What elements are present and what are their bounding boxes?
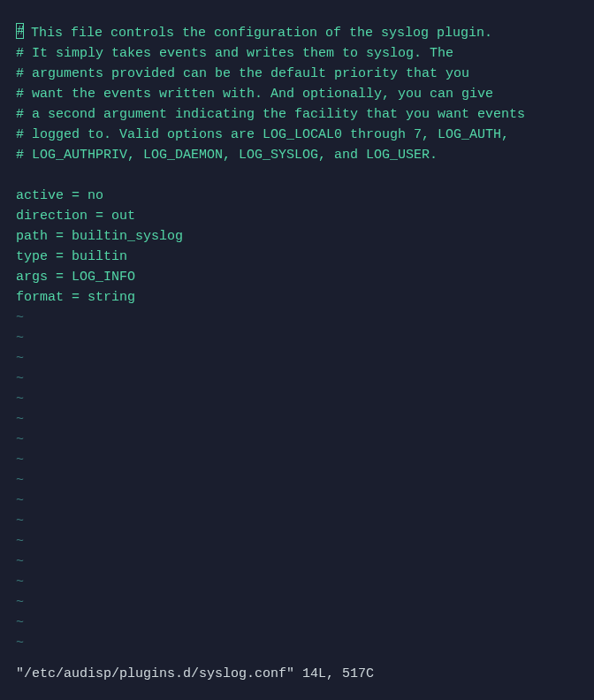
cursor: #: [16, 23, 24, 39]
empty-line-marker: ~: [16, 612, 578, 633]
line-2[interactable]: # It simply takes events and writes them…: [16, 43, 578, 64]
line-9[interactable]: active = no: [16, 186, 578, 206]
line-8[interactable]: [16, 165, 578, 186]
line-10[interactable]: direction = out: [16, 206, 578, 226]
line-13[interactable]: args = LOG_INFO: [16, 267, 578, 287]
empty-line-marker: ~: [16, 409, 578, 430]
empty-line-marker: ~: [16, 389, 578, 409]
empty-line-marker: ~: [16, 450, 578, 470]
empty-line-marker: ~: [16, 592, 578, 612]
empty-line-marker: ~: [16, 430, 578, 450]
empty-line-marker: ~: [16, 633, 578, 653]
empty-line-marker: ~: [16, 369, 578, 389]
empty-line-marker: ~: [16, 308, 578, 328]
line-6[interactable]: # logged to. Valid options are LOG_LOCAL…: [16, 125, 578, 145]
line-1-text: This file controls the configuration of …: [23, 26, 492, 41]
empty-line-marker: ~: [16, 552, 578, 572]
line-7[interactable]: # LOG_AUTHPRIV, LOG_DAEMON, LOG_SYSLOG, …: [16, 145, 578, 165]
editor-buffer[interactable]: # This file controls the configuration o…: [16, 23, 578, 653]
empty-line-marker: ~: [16, 491, 578, 511]
empty-line-marker: ~: [16, 511, 578, 531]
line-12[interactable]: type = builtin: [16, 247, 578, 267]
empty-line-marker: ~: [16, 328, 578, 348]
empty-line-marker: ~: [16, 348, 578, 369]
empty-line-marker: ~: [16, 470, 578, 491]
line-4[interactable]: # want the events written with. And opti…: [16, 84, 578, 104]
line-14[interactable]: format = string: [16, 287, 578, 308]
line-11[interactable]: path = builtin_syslog: [16, 226, 578, 247]
line-5[interactable]: # a second argument indicating the facil…: [16, 104, 578, 125]
empty-line-marker: ~: [16, 531, 578, 552]
empty-line-marker: ~: [16, 572, 578, 592]
line-3[interactable]: # arguments provided can be the default …: [16, 64, 578, 84]
vim-status-line: "/etc/audisp/plugins.d/syslog.conf" 14L,…: [16, 664, 374, 684]
line-1[interactable]: # This file controls the configuration o…: [16, 23, 578, 43]
